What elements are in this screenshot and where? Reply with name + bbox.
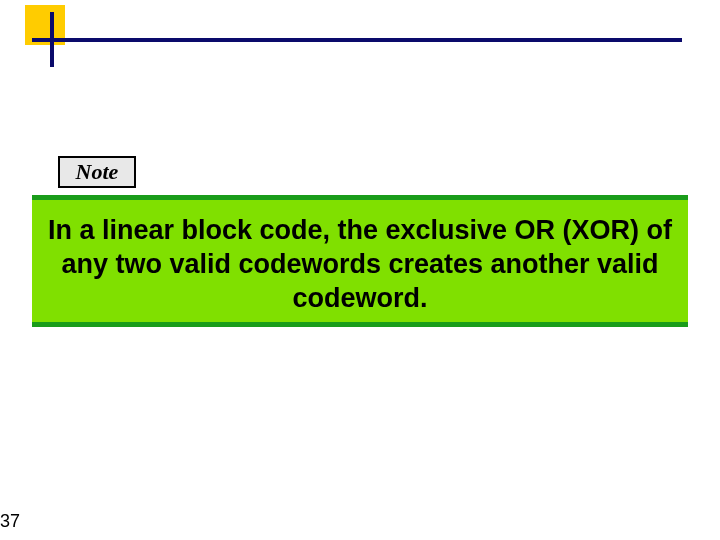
body-text: In a linear block code, the exclusive OR… (44, 214, 676, 315)
note-label: Note (58, 156, 136, 188)
page-number: 37 (0, 511, 20, 532)
highlight-bottom-rule (32, 322, 688, 327)
header-rule (32, 38, 682, 42)
